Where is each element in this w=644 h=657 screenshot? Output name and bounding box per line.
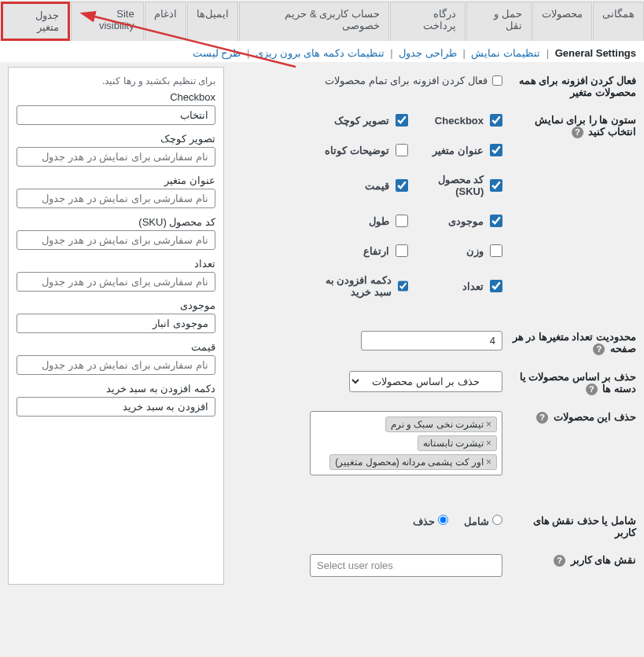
sort-input-checkbox[interactable] — [17, 105, 215, 125]
sort-input-qty[interactable] — [17, 272, 215, 292]
lbl-column-thumb: تصویر کوچک — [334, 115, 389, 127]
cb-column-cart[interactable] — [398, 280, 408, 292]
tabs-nav: همگانی محصولات حمل و نقل درگاه پرداخت حس… — [0, 0, 644, 41]
lbl-column-cart: دکمه افزودن به سبد خرید — [314, 274, 392, 298]
lbl-column-qty: تعداد — [462, 281, 484, 292]
sort-item-sku[interactable]: کد محصول (SKU) — [17, 216, 215, 250]
cb-column-qty[interactable] — [490, 280, 502, 292]
cb-enable-plugin-label: فعال کردن افزونه برای تمام محصولات — [325, 75, 488, 86]
label-exclude-products: حذف این محصولات ? — [502, 411, 636, 424]
label-exclude-by: حذف بر اساس محصولات یا دسته ها ? — [502, 371, 636, 395]
sort-input-cart[interactable] — [17, 397, 215, 417]
tab-general[interactable]: همگانی — [593, 2, 644, 41]
cb-enable-plugin[interactable] — [492, 75, 502, 86]
sort-input-sku[interactable] — [17, 230, 215, 250]
radio-exclude[interactable] — [438, 515, 448, 525]
subnav: General Settings | تنظیمات نمایش | طراحی… — [0, 41, 644, 62]
subnav-table-design[interactable]: طراحی جدول — [399, 47, 457, 59]
label-variation-limit: محدودیت تعداد متغیرها در هر صفحه ? — [502, 331, 636, 355]
sortable-hint: برای تنظیم بکشید و رها کنید. — [17, 75, 215, 86]
sort-input-thumb[interactable] — [17, 147, 215, 167]
lbl-column-stock: موجودی — [448, 215, 484, 227]
label-select-columns: ستون ها را برای نمایش انتخاب کنید ? — [502, 114, 636, 138]
lbl-column-title: عنوان متغیر — [432, 145, 484, 156]
sort-item-thumb[interactable]: تصویر کوچک — [17, 133, 215, 167]
cb-column-thumb[interactable] — [396, 114, 408, 127]
tab-integration[interactable]: ادغام — [145, 2, 186, 41]
tab-products[interactable]: محصولات — [532, 2, 592, 41]
cb-column-stock[interactable] — [490, 215, 502, 227]
help-icon[interactable]: ? — [593, 343, 605, 355]
help-icon[interactable]: ? — [554, 555, 565, 567]
cb-column-height[interactable] — [396, 244, 408, 257]
lbl-column-height: ارتفاع — [363, 245, 389, 257]
sort-item-checkbox[interactable]: Checkbox — [17, 91, 215, 125]
radio-include[interactable] — [492, 515, 502, 525]
lbl-column-checkbox: Checkbox — [435, 115, 484, 127]
lbl-column-sku: کد محصول (SKU) — [408, 174, 484, 197]
sort-input-stock[interactable] — [17, 314, 215, 333]
close-icon[interactable]: × — [486, 457, 491, 468]
label-enable-plugin: فعال کردن افزونه برای همه محصولات متغیر — [502, 75, 636, 98]
subnav-export-button-settings[interactable]: تنظیمات دکمه های برون ریزی — [256, 47, 384, 59]
sort-item-cart[interactable]: دکمه افزودن به سبد خرید — [17, 383, 215, 417]
sort-item-stock[interactable]: موجودی — [17, 299, 215, 333]
label-user-roles: نقش های کاربر ? — [502, 554, 636, 567]
lbl-column-desc: توضیحات کوتاه — [325, 145, 389, 156]
lbl-column-weight: وزن — [466, 245, 484, 257]
sort-item-title[interactable]: عنوان متغیر — [17, 174, 215, 208]
cb-column-weight[interactable] — [490, 244, 502, 257]
cb-column-checkbox[interactable] — [490, 114, 502, 127]
sortable-columns-panel: برای تنظیم بکشید و رها کنید. Checkbox تص… — [8, 67, 224, 585]
sort-item-price[interactable]: قیمت — [17, 341, 215, 375]
tag-item[interactable]: ×اور کت پشمی مردانه (محصول متغییر) — [329, 454, 497, 470]
tab-payment[interactable]: درگاه پرداخت — [390, 2, 466, 41]
input-variation-limit[interactable] — [361, 331, 502, 351]
cb-column-length[interactable] — [396, 215, 408, 227]
lbl-column-price: قیمت — [365, 180, 389, 192]
tag-item[interactable]: ×تیشرت تابستانه — [418, 435, 497, 451]
sort-input-title[interactable] — [17, 189, 215, 208]
tab-site-visibility[interactable]: Site visibility — [71, 2, 144, 41]
cb-column-title[interactable] — [490, 144, 502, 156]
exclude-products-tags[interactable]: ×تیشرت نخی سبک و نرم ×تیشرت تابستانه ×او… — [310, 411, 502, 475]
tab-emails[interactable]: ایمیل‌ها — [187, 2, 238, 41]
help-icon[interactable]: ? — [536, 412, 548, 424]
sort-input-price[interactable] — [17, 355, 215, 375]
close-icon[interactable]: × — [486, 419, 491, 430]
cb-column-sku[interactable] — [490, 179, 502, 192]
select-user-roles[interactable]: Select user roles — [310, 554, 502, 577]
lbl-column-length: طول — [369, 215, 389, 227]
help-icon[interactable]: ? — [572, 127, 583, 138]
select-exclude-by[interactable]: حذف بر اساس محصولات — [349, 371, 502, 392]
tab-variations-table[interactable]: جدول متغیر — [1, 2, 70, 41]
label-include-exclude-roles: شامل یا حذف نقش های کاربر — [502, 515, 636, 538]
subnav-general-settings: General Settings — [555, 47, 636, 59]
cb-column-desc[interactable] — [396, 144, 408, 156]
tab-account-privacy[interactable]: حساب کاربری & حریم خصوصی — [239, 2, 389, 41]
sort-item-qty[interactable]: تعداد — [17, 258, 215, 292]
close-icon[interactable]: × — [486, 438, 491, 449]
help-icon[interactable]: ? — [586, 384, 598, 395]
subnav-display-settings[interactable]: تنظیمات نمایش — [471, 47, 540, 59]
subnav-list-layout[interactable]: طرح لیست — [193, 47, 241, 59]
tab-shipping[interactable]: حمل و نقل — [466, 2, 532, 41]
cb-column-price[interactable] — [396, 179, 408, 192]
tag-item[interactable]: ×تیشرت نخی سبک و نرم — [385, 417, 497, 432]
